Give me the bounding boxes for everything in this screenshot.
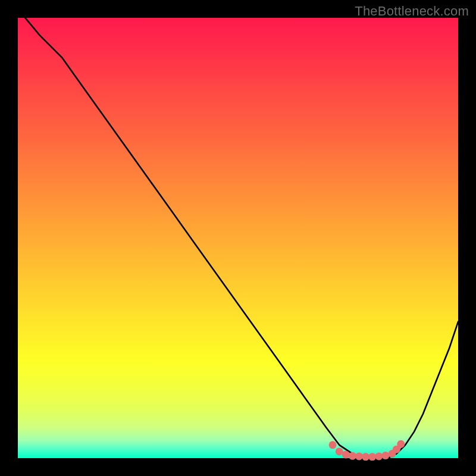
chart-container: TheBottleneck.com [0, 0, 476, 476]
marker-dot [336, 447, 343, 455]
watermark-text: TheBottleneck.com [355, 4, 469, 19]
optimal-region-markers [329, 440, 405, 461]
marker-dot [381, 452, 389, 459]
marker-dot [368, 453, 376, 461]
marker-dot [375, 453, 383, 461]
marker-dot [342, 451, 350, 459]
markers-svg [0, 0, 476, 476]
marker-dot [397, 440, 405, 448]
marker-dot [329, 441, 337, 449]
marker-dot [349, 452, 356, 460]
marker-dot [355, 453, 363, 461]
marker-dot [362, 453, 369, 461]
